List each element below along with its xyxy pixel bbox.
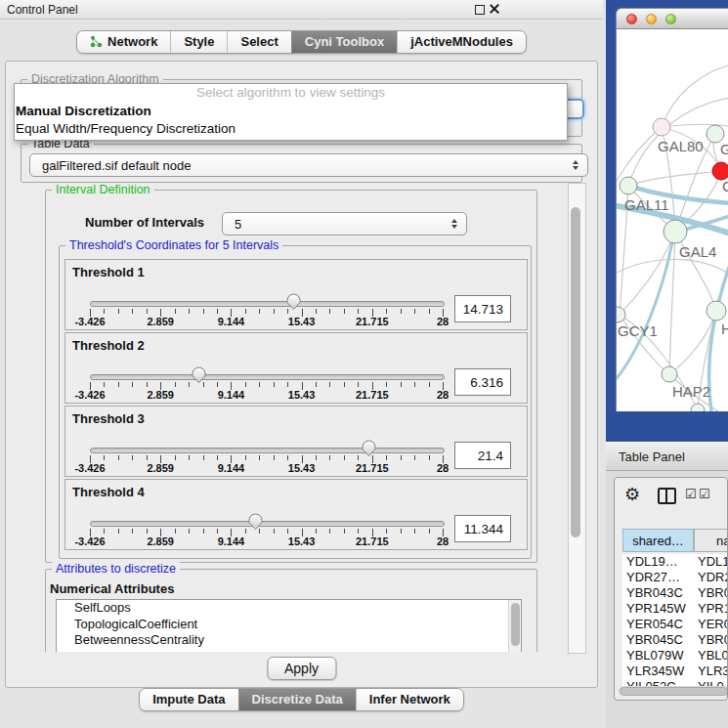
list-scrollbar-thumb[interactable]: [511, 603, 520, 646]
node-label: GCY1: [618, 322, 658, 339]
threshold-label: Threshold 1: [72, 265, 145, 279]
algorithm-hint-option[interactable]: Select algorithm to view settings: [15, 85, 567, 100]
settings-scrollbar[interactable]: [568, 183, 586, 654]
cell-name: YBL0: [698, 648, 728, 664]
tick-label: 28: [437, 389, 449, 401]
cell-shared-name: YIL052C: [626, 679, 676, 686]
table-data-combobox[interactable]: galFiltered.sif default node: [29, 153, 588, 177]
column-header-shared[interactable]: shared…: [622, 529, 694, 552]
table-row[interactable]: YLR345WYLR3: [622, 664, 728, 679]
algorithm-option[interactable]: Manual Discretization: [16, 103, 562, 120]
table-row[interactable]: YDL19…YDL1: [622, 554, 728, 570]
network-node[interactable]: [664, 220, 687, 243]
split-columns-icon[interactable]: [658, 488, 676, 504]
threshold-value-field[interactable]: 21.4: [454, 442, 511, 469]
tab-discretize-data[interactable]: Discretize Data: [238, 689, 356, 710]
table-row[interactable]: YBR043CYBR0: [622, 585, 728, 601]
network-node[interactable]: [662, 366, 677, 382]
threshold-label: Threshold 3: [72, 411, 145, 426]
checkbox-icon[interactable]: ☑: [685, 487, 697, 501]
tick-label: 9.144: [218, 389, 245, 401]
attribute-item[interactable]: SelfLoops: [57, 600, 521, 617]
cell-shared-name: YBL079W: [626, 648, 684, 664]
tab-style[interactable]: Style: [170, 31, 227, 53]
slider-tick-labels: -3.4262.8599.14415.4321.71528: [90, 316, 443, 328]
close-icon[interactable]: [490, 4, 499, 14]
zoom-traffic-light-icon[interactable]: [665, 14, 676, 24]
tick-label: 15.43: [288, 389, 316, 401]
checkbox-icon[interactable]: ☑: [699, 487, 710, 501]
table-row[interactable]: YBL079WYBL0: [622, 648, 728, 664]
table-row[interactable]: YBR045CYBR0: [622, 632, 728, 648]
attribute-item[interactable]: TopologicalCoefficient: [57, 617, 521, 633]
tick-label: 9.144: [218, 462, 245, 474]
threshold-value-field[interactable]: 11.344: [454, 515, 511, 542]
network-node[interactable]: [653, 118, 670, 136]
tab-label: Style: [184, 34, 214, 49]
table-row[interactable]: YPR145WYPR1: [622, 601, 728, 617]
table-panel-header: Table Panel: [606, 442, 728, 471]
node-label: G: [720, 141, 728, 157]
tab-infer-network[interactable]: Infer Network: [356, 689, 463, 710]
settings-scrollbar-thumb[interactable]: [571, 207, 580, 537]
apply-button[interactable]: Apply: [267, 657, 336, 680]
column-header-name[interactable]: na: [694, 529, 728, 552]
table-row[interactable]: YER054CYER0: [622, 617, 728, 632]
slider-tick-labels: -3.4262.8599.14415.4321.71528: [90, 462, 443, 475]
number-of-intervals-value: 5: [235, 217, 241, 232]
cell-name: YDR2: [698, 570, 728, 585]
network-node[interactable]: [620, 177, 637, 194]
cell-name: YPR1: [698, 601, 728, 617]
tab-cyni-toolbox[interactable]: Cyni Toolbox: [291, 31, 397, 53]
table-data-group: Table Data galFiltered.sif default node: [21, 144, 582, 183]
network-node[interactable]: [691, 404, 705, 411]
tick-label: -3.426: [74, 462, 105, 474]
slider-track[interactable]: [90, 521, 445, 527]
threshold-value-field[interactable]: 14.713: [454, 295, 511, 322]
numerical-attributes-label: Numerical Attributes: [50, 581, 174, 596]
threshold-panel: Threshold 1-3.4262.8599.14415.4321.71528…: [64, 259, 528, 330]
cell-shared-name: YDR27…: [626, 570, 680, 585]
cell-name: YDL1: [698, 554, 728, 570]
slider-track[interactable]: [90, 301, 445, 307]
node-label: GAL11: [624, 196, 669, 213]
tick-label: -3.426: [74, 389, 105, 401]
control-panel-titlebar: Control Panel: [0, 0, 603, 20]
list-scrollbar[interactable]: [508, 600, 521, 652]
slider-track[interactable]: [90, 448, 445, 453]
attribute-item[interactable]: BetweennessCentrality: [57, 632, 521, 649]
table-data-value: galFiltered.sif default node: [42, 158, 191, 173]
table-row[interactable]: YDR27…YDR2: [622, 570, 728, 585]
tab-impute-data[interactable]: Impute Data: [140, 689, 237, 710]
network-node[interactable]: [707, 301, 726, 321]
tab-select[interactable]: Select: [227, 31, 290, 53]
cell-shared-name: YBR043C: [626, 585, 683, 601]
network-canvas[interactable]: GAL80GCGAL11GAL4GCY1HHAP2: [616, 29, 728, 411]
tab-label: Select: [240, 34, 278, 49]
bottom-tab-bar: Impute DataDiscretize DataInfer Network: [0, 688, 603, 711]
table-hscrollbar-thumb[interactable]: [620, 687, 728, 696]
table-row[interactable]: YIL052CYIL0: [622, 679, 728, 686]
table-hscrollbar[interactable]: [619, 686, 728, 696]
threshold-value-field[interactable]: 6.316: [454, 368, 511, 396]
threshold-panel: Threshold 4-3.4262.8599.14415.4321.71528…: [64, 479, 528, 550]
tick-label: 2.859: [147, 389, 174, 401]
float-window-icon[interactable]: [475, 5, 485, 15]
tick-label: -3.426: [74, 535, 105, 547]
slider-track[interactable]: [90, 374, 445, 380]
tick-label: 21.715: [356, 389, 389, 401]
combo-arrows-icon: [451, 219, 457, 229]
numerical-attributes-list[interactable]: SelfLoopsTopologicalCoefficientBetweenne…: [56, 599, 522, 652]
minimize-traffic-light-icon[interactable]: [646, 14, 657, 24]
gear-icon[interactable]: ⚙: [624, 484, 640, 505]
cell-shared-name: YLR345W: [626, 664, 684, 679]
close-traffic-light-icon[interactable]: [626, 14, 637, 24]
cell-shared-name: YPR145W: [626, 601, 686, 617]
number-of-intervals-combobox[interactable]: 5: [222, 212, 467, 236]
algorithm-option[interactable]: Equal Width/Frequency Discretization: [16, 120, 562, 138]
tab-network[interactable]: Network: [77, 31, 170, 53]
attributes-group-title: Attributes to discretize: [52, 562, 180, 576]
right-column: GAL80GCGAL11GAL4GCY1HHAP2 Table Panel ⚙ …: [606, 0, 728, 728]
tab-jactivemnodules[interactable]: jActiveMNodules: [397, 31, 526, 53]
attribute-browser: ⚙ ☑ ☑ shared… na YDL19…YDL1YDR27…YDR2YBR…: [614, 477, 728, 701]
